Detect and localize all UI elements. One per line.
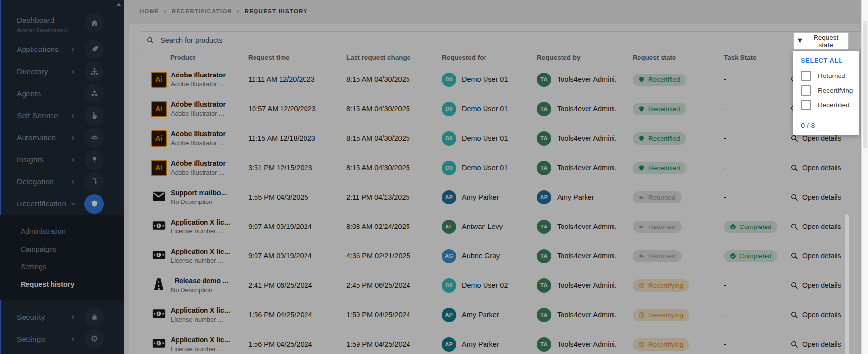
filter-options: ReturnedRecertifyingRecertified [793,68,859,112]
modal-overlay[interactable] [0,0,868,354]
filter-option-recertifying[interactable]: Recertifying [793,83,859,98]
request-state-filter-dropdown: SELECT ALL ReturnedRecertifyingRecertifi… [793,51,859,135]
page-scrollbar-thumb[interactable] [863,21,867,148]
checkbox-unchecked[interactable] [801,85,811,96]
select-all-link[interactable]: SELECT ALL [793,51,859,68]
filter-option-recertified[interactable]: Recertified [793,98,859,112]
filter-button-label: Request state [806,34,845,49]
page-scrollbar[interactable] [861,0,868,354]
table-scrollbar-thumb[interactable] [845,214,849,354]
filter-option-returned[interactable]: Returned [793,68,859,83]
checkbox-unchecked[interactable] [801,71,811,81]
filter-funnel-icon [797,38,803,44]
filter-selected-counter: 0 / 3 [793,117,859,135]
checkbox-unchecked[interactable] [801,100,811,110]
request-state-filter-button[interactable]: Request state [793,32,849,50]
app-window: DashboardAdmin DashboardApplicationsDire… [0,0,868,354]
filter-option-label: Recertified [818,101,850,109]
filter-option-label: Recertifying [818,87,853,94]
filter-option-label: Returned [818,72,845,79]
